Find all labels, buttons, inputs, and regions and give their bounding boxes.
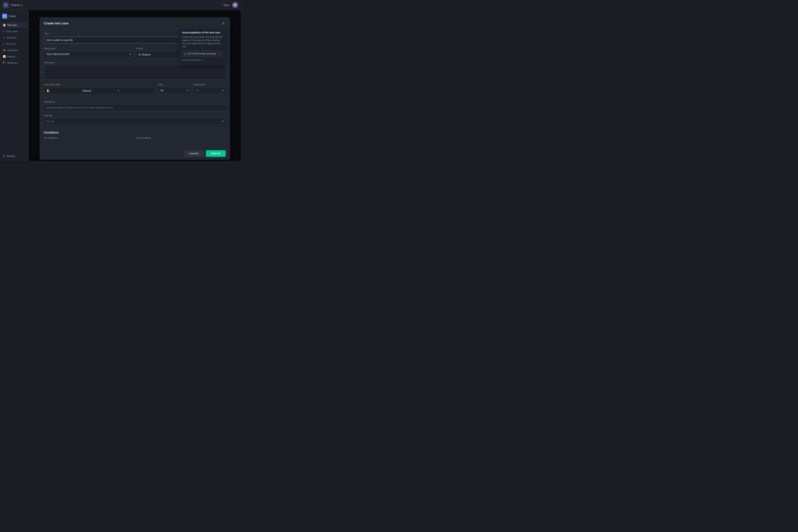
parent-suite-label: Parent suite*	[44, 47, 133, 50]
ai-tooltip-title: Autocompletion of the test case	[182, 31, 223, 34]
automation-state-col: Automation State ✋ Manual ▾	[44, 83, 155, 94]
content-area: Create test case ✕ Title* ✨	[29, 10, 241, 161]
credits-row: ◎ 1577799.99 credits remaining +	[182, 51, 223, 57]
post-conditions-col: Post-conditions	[136, 137, 226, 140]
automation-state-value: Manual	[83, 89, 118, 92]
parent-suite-select-wrapper: TEST REPOSITORY	[44, 51, 133, 58]
project-name: Testing	[8, 15, 16, 17]
project-icon: TP	[2, 14, 7, 19]
parent-suite-col: Parent suite* TEST REPOSITORY	[44, 47, 133, 58]
user-test-label: User test	[44, 114, 226, 117]
conditions-title: Conditions	[44, 131, 226, 134]
ai-tooltip-description: Create test cases faster than ever with …	[182, 35, 223, 48]
external-link-icon: ↗	[202, 59, 204, 61]
user-test-select[interactable]: Not set	[44, 118, 226, 125]
modal-title: Create test case	[44, 22, 69, 25]
sidebar-label: Test cases	[6, 30, 17, 33]
automation-draft-deprecated-row: Automation State ✋ Manual ▾ Draft	[44, 83, 226, 94]
top-navigation: ZE Projects ▾ Docs JB	[0, 0, 241, 10]
sidebar-item-automations[interactable]: ⚡ Automatio...	[1, 48, 28, 53]
sidebar-project: TP Testing	[0, 12, 29, 20]
priority-dot	[138, 54, 141, 56]
draft-select-wrapper: No	[158, 87, 190, 94]
sidebar-label: Test runs	[6, 43, 16, 45]
sidebar-item-test-reports[interactable]: 📋 Test repo...	[1, 22, 28, 28]
projects-dropdown[interactable]: Projects ▾	[11, 4, 22, 6]
bar-chart-icon: 📊	[3, 55, 6, 58]
sidebar-item-reports[interactable]: 📊 Reports	[1, 54, 28, 59]
sidebar-label: Test repo...	[7, 24, 19, 26]
share-icon: ↗	[3, 36, 5, 39]
chevron-down-icon: ▾	[118, 89, 153, 92]
modal-header: Create test case ✕	[39, 17, 230, 29]
docs-link[interactable]: Docs	[224, 4, 229, 6]
user-test-field-row: User test Not set	[44, 114, 226, 125]
add-credits-button[interactable]: +	[219, 52, 221, 55]
post-conditions-label: Post-conditions	[136, 137, 226, 139]
parent-suite-select[interactable]: TEST REPOSITORY	[44, 51, 133, 58]
pre-conditions-label: Pre-conditions	[44, 137, 133, 139]
user-test-select-wrapper: Not set	[44, 118, 226, 125]
sidebar-label: Automatio...	[7, 49, 20, 52]
sidebar-item-settings[interactable]: ⚙ Settings	[1, 153, 28, 159]
draft-col: Draft No	[158, 83, 190, 94]
cancel-button[interactable]: CANCEL	[184, 150, 203, 157]
modal-body: Title* ✨ Parent suite*	[39, 29, 230, 147]
deprecated-select[interactable]: No	[193, 87, 226, 94]
avatar[interactable]: JB	[232, 2, 238, 8]
play-circle-icon: ▷	[3, 43, 5, 45]
credits-icon: ◎	[184, 52, 186, 55]
close-button[interactable]: ✕	[221, 21, 226, 26]
conditions-section: Conditions Pre-conditions Post-condition…	[44, 131, 226, 140]
ze-logo: ZE	[3, 2, 8, 8]
references-field-row: References	[44, 101, 226, 111]
sidebar-item-test-runs[interactable]: ▷ Test runs	[1, 41, 28, 47]
checkbox-icon: ☑	[3, 30, 5, 33]
hand-icon: ✋	[46, 89, 81, 92]
view-documentation-link[interactable]: View documentation ↗	[182, 59, 223, 61]
sidebar-label: Milestone...	[7, 61, 19, 64]
sidebar-item-shared-steps[interactable]: ↗ Shared st...	[1, 35, 28, 40]
gear-icon: ⚙	[3, 155, 5, 157]
sidebar: TP Testing 📋 Test repo... ☑ Test cases ↗…	[0, 10, 29, 161]
pre-conditions-col: Pre-conditions	[44, 137, 133, 140]
flag-icon: 🚩	[3, 61, 6, 64]
automation-state-label: Automation State	[44, 83, 155, 86]
create-button[interactable]: CREATE	[206, 150, 226, 157]
chevron-down-icon: ▾	[21, 4, 22, 6]
create-test-case-modal: Create test case ✕ Title* ✨	[39, 17, 230, 160]
bolt-icon: ⚡	[3, 49, 6, 52]
sidebar-label: Settings	[6, 155, 15, 157]
draft-label: Draft	[158, 83, 190, 86]
ai-tooltip-panel: Autocompletion of the test case Create t…	[179, 29, 226, 64]
deprecated-label: Deprecated	[193, 83, 226, 86]
deprecated-col: Deprecated No	[193, 83, 226, 94]
automation-state-select[interactable]: ✋ Manual ▾	[44, 87, 155, 94]
clipboard-icon: 📋	[3, 24, 6, 26]
sidebar-item-test-cases[interactable]: ☑ Test cases	[1, 28, 28, 34]
credits-text: 1577799.99 credits remaining	[187, 53, 219, 55]
references-input[interactable]	[44, 104, 226, 111]
sidebar-item-milestones[interactable]: 🚩 Milestone...	[1, 60, 28, 65]
sidebar-label: Shared st...	[6, 36, 18, 39]
sidebar-label: Reports	[7, 55, 16, 58]
description-textarea[interactable]	[44, 65, 226, 79]
draft-select[interactable]: No	[158, 87, 190, 94]
modal-footer: CANCEL CREATE	[39, 147, 230, 160]
deprecated-select-wrapper: No	[193, 87, 226, 94]
references-label: References	[44, 101, 226, 103]
